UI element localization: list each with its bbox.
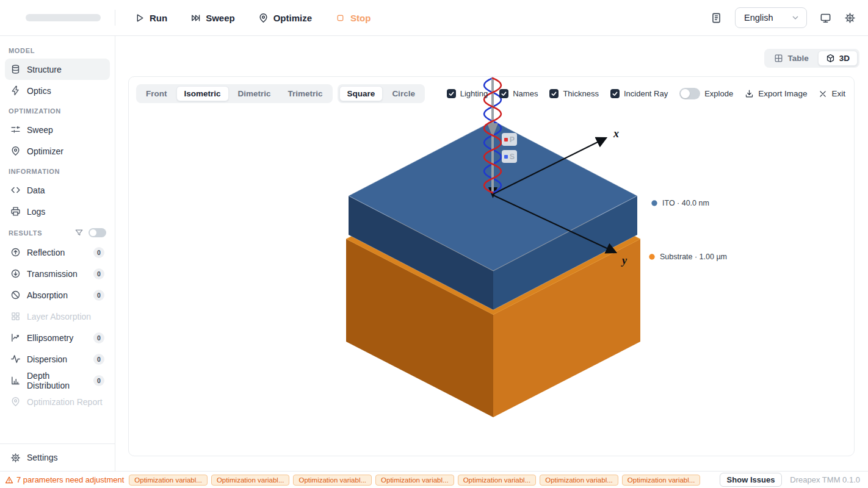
run-label: Run [150, 13, 167, 23]
sidebar-item-depth-distribution[interactable]: Depth Distribution 0 [5, 370, 110, 391]
sidebar-item-structure[interactable]: Structure [5, 59, 110, 80]
download-icon [745, 89, 754, 98]
p-color-swatch [504, 138, 508, 142]
optimize-button[interactable]: Optimize [258, 13, 312, 23]
sidebar-item-logs[interactable]: Logs [5, 201, 110, 222]
arrow-up-circle-icon [10, 247, 21, 257]
optimization-variable-chip[interactable]: Optimization variabl... [540, 475, 618, 486]
scene-canvas[interactable]: x y [129, 77, 855, 456]
display-icon[interactable] [820, 12, 831, 24]
section-header-results: RESULTS [5, 222, 110, 242]
shape-mode-circle[interactable]: Circle [384, 86, 423, 101]
app-logo [26, 14, 101, 21]
view-mode-trimetric[interactable]: Trimetric [280, 86, 331, 101]
sidebar-item-label: Reflection [27, 248, 65, 257]
run-controls: Run Sweep Optimize Stop [134, 13, 371, 23]
sidebar-item-label: Dispersion [27, 354, 67, 364]
show-issues-button[interactable]: Show Issues [720, 473, 783, 487]
status-right-cluster: Show Issues Dreapex TMM 0.1.0 [720, 473, 863, 487]
sidebar-item-settings[interactable]: Settings [0, 443, 115, 471]
optimization-variable-chip[interactable]: Optimization variabl... [211, 475, 290, 486]
language-select[interactable]: English [735, 7, 807, 28]
legend-item-substrate: Substrate · 1.00 µm [649, 253, 727, 261]
results-filter-toggle[interactable] [89, 228, 106, 237]
shape-switch: Square Circle [338, 84, 425, 103]
sidebar-item-label: Ellipsometry [27, 333, 73, 343]
stop-button[interactable]: Stop [335, 13, 371, 23]
sidebar-item-layer-absorption: Layer Absorption [5, 306, 110, 327]
warning-text: 7 parameters need adjustment [16, 475, 124, 484]
optimization-variable-chip[interactable]: Optimization variabl... [375, 475, 454, 486]
viewer-toolbar: Front Isometric Dimetric Trimetric Squar… [136, 84, 845, 103]
view-mode-dimetric[interactable]: Dimetric [230, 86, 279, 101]
filter-icon[interactable] [74, 228, 84, 237]
exit-button[interactable]: Exit [819, 89, 845, 98]
sidebar-item-label: Layer Absorption [27, 312, 91, 321]
count-badge: 0 [93, 268, 104, 279]
sidebar-item-label: Transmission [27, 269, 78, 279]
chevron-down-icon [790, 13, 800, 23]
gear-icon[interactable] [844, 12, 856, 24]
sidebar-item-label: Optics [27, 86, 51, 96]
sidebar-item-dispersion[interactable]: Dispersion 0 [5, 348, 110, 370]
tab-3d[interactable]: 3D [818, 51, 858, 66]
axis-label-x: x [613, 127, 619, 140]
sidebar-item-ellipsometry[interactable]: Ellipsometry 0 [5, 327, 110, 348]
view-mode-isometric[interactable]: Isometric [176, 86, 229, 101]
legend-label: ITO · 40.0 nm [662, 199, 709, 207]
parameters-warning: 7 parameters need adjustment [5, 475, 124, 484]
count-badge: 0 [93, 290, 104, 301]
cube-icon [826, 54, 835, 63]
sidebar-item-label: Absorption [27, 290, 68, 300]
play-icon [134, 13, 145, 23]
count-badge: 0 [93, 354, 104, 365]
sidebar: MODEL Structure Optics OPTIMIZATION Swee… [0, 36, 115, 471]
sidebar-item-optimizer[interactable]: Optimizer [5, 140, 110, 162]
view-mode-front[interactable]: Front [138, 86, 175, 101]
optimize-label: Optimize [273, 13, 312, 23]
checkbox-names[interactable]: Names [499, 89, 538, 98]
location-pin-icon [10, 146, 21, 156]
bolt-icon [10, 85, 21, 96]
sidebar-item-optics[interactable]: Optics [5, 80, 110, 101]
export-image-button[interactable]: Export Image [745, 89, 807, 98]
slash-circle-icon [10, 290, 21, 300]
checkbox-incident-ray[interactable]: Incident Ray [610, 89, 668, 98]
sidebar-item-transmission[interactable]: Transmission 0 [5, 263, 110, 284]
checkbox-thickness[interactable]: Thickness [549, 89, 599, 98]
checkbox-lighting[interactable]: Lighting [447, 89, 488, 98]
sidebar-item-absorption[interactable]: Absorption 0 [5, 284, 110, 306]
printer-icon [10, 206, 21, 217]
language-value: English [744, 13, 773, 23]
bar-chart-icon [10, 375, 21, 386]
projection-switch: Front Isometric Dimetric Trimetric [136, 84, 333, 103]
database-icon [10, 64, 21, 74]
sidebar-item-sweep[interactable]: Sweep [5, 119, 110, 140]
sweep-label: Sweep [206, 13, 235, 23]
location-pin-icon [258, 13, 269, 23]
optimization-variable-chip[interactable]: Optimization variabl... [622, 475, 701, 486]
body: MODEL Structure Optics OPTIMIZATION Swee… [0, 36, 868, 471]
grid-icon [10, 311, 21, 321]
sidebar-item-optimization-report: Optimization Report [5, 391, 110, 412]
sidebar-nav: MODEL Structure Optics OPTIMIZATION Swee… [0, 36, 115, 443]
sweep-button[interactable]: Sweep [190, 13, 235, 23]
optimization-variable-chip[interactable]: Optimization variabl... [293, 475, 372, 486]
tab-table[interactable]: Table [766, 51, 816, 66]
sidebar-item-label: Sweep [27, 125, 53, 135]
journal-icon[interactable] [711, 12, 722, 24]
explode-toggle[interactable] [679, 88, 700, 99]
warning-icon [5, 476, 13, 484]
header-right-cluster: English [711, 7, 868, 28]
shape-mode-square[interactable]: Square [339, 86, 383, 101]
optimization-variable-chip[interactable]: Optimization variabl... [458, 475, 537, 486]
sidebar-item-data[interactable]: Data [5, 179, 110, 201]
run-button[interactable]: Run [134, 13, 167, 23]
sidebar-item-reflection[interactable]: Reflection 0 [5, 242, 110, 263]
optimization-variable-chip[interactable]: Optimization variabl... [129, 475, 208, 486]
skip-forward-icon [190, 13, 201, 23]
checkbox-checked-icon [499, 89, 508, 98]
table-icon [774, 54, 783, 63]
status-bar: 7 parameters need adjustment Optimizatio… [0, 471, 868, 488]
checkbox-checked-icon [447, 89, 456, 98]
